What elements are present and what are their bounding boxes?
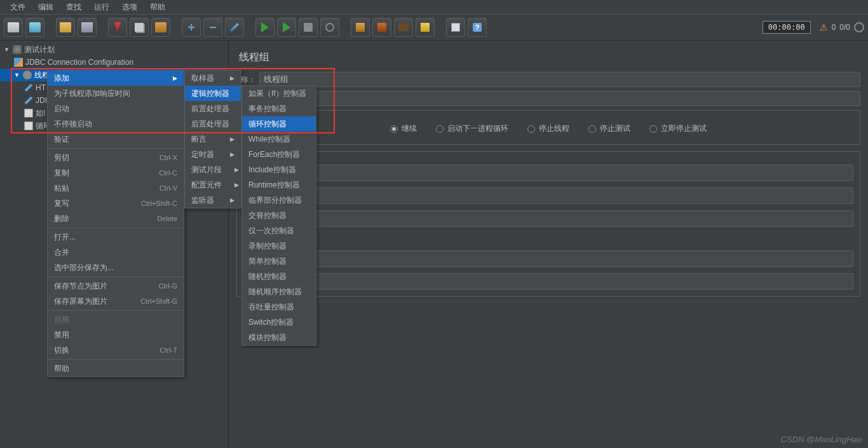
ctx2-timer[interactable]: 定时器▶ xyxy=(185,147,241,162)
ctx-save-node-image[interactable]: 保存节点为图片Ctrl-G xyxy=(48,278,184,294)
ctx2-postprocessor[interactable]: 后置处理器▶ xyxy=(185,116,241,132)
ctx3-once-only-controller[interactable]: 仅一次控制器 xyxy=(242,223,316,238)
save-button[interactable] xyxy=(78,18,97,37)
stop-button[interactable] xyxy=(299,18,318,37)
plus-icon: + xyxy=(186,22,197,32)
ctx3-loop-controller[interactable]: 循环控制器 xyxy=(242,116,316,132)
ctx-start-no-pause[interactable]: 不停顿启动 xyxy=(48,116,184,132)
ctx3-runtime-controller[interactable]: Runtime控制器 xyxy=(242,177,316,193)
ctx3-if-controller[interactable]: 如果（If）控制器 xyxy=(242,86,316,101)
start-button[interactable] xyxy=(255,18,275,37)
ctx-start[interactable]: 启动 xyxy=(48,101,184,116)
rampup-input[interactable] xyxy=(243,187,853,204)
search-button[interactable] xyxy=(394,18,413,37)
radio-stop-test[interactable]: 停止测试 xyxy=(588,123,630,134)
ctx-cut[interactable]: 剪切Ctrl-X xyxy=(48,150,184,165)
ctx3-transaction-controller[interactable]: 事务控制器 xyxy=(242,101,316,116)
paste-button[interactable] xyxy=(151,18,170,37)
ctx-toggle[interactable]: 切换Ctrl-T xyxy=(48,343,184,358)
play-nopause-icon xyxy=(283,22,290,32)
context-menu-2: 取样器▶ 逻辑控制器▶ 前置处理器▶ 后置处理器▶ 断言▶ 定时器▶ 测试片段▶… xyxy=(184,70,241,208)
ctx-delete[interactable]: 删除Delete xyxy=(48,211,184,226)
open-button[interactable] xyxy=(56,18,75,37)
reset-search-button[interactable] xyxy=(416,18,435,37)
menu-file[interactable]: 文件 xyxy=(4,1,32,14)
ctx3-while-controller[interactable]: While控制器 xyxy=(242,132,316,147)
help-button[interactable]: ? xyxy=(468,18,487,37)
start-no-pause-button[interactable] xyxy=(277,18,296,37)
expand-icon: ▼ xyxy=(14,72,20,78)
ctx2-listener[interactable]: 监听器▶ xyxy=(185,193,241,208)
template-button[interactable] xyxy=(25,18,44,37)
function-helper-button[interactable] xyxy=(446,18,465,37)
radio-stop-thread[interactable]: 停止线程 xyxy=(527,123,569,134)
error-action-group: 行的动作 继续 启动下一进程循环 停止线程 停止测试 立即停止测试 xyxy=(236,110,860,145)
collapse-button[interactable]: − xyxy=(203,18,222,37)
copy-button[interactable] xyxy=(130,18,149,37)
ctx-paste[interactable]: 粘贴Ctrl-V xyxy=(48,180,184,196)
menu-run[interactable]: 运行 xyxy=(88,1,116,14)
menu-find[interactable]: 查找 xyxy=(60,1,88,14)
ctx-save-selection-as[interactable]: 选中部分保存为... xyxy=(48,260,184,275)
wand-icon xyxy=(230,23,239,32)
ctx-merge[interactable]: 合并 xyxy=(48,245,184,260)
radio-icon xyxy=(390,125,398,133)
new-button[interactable] xyxy=(4,18,23,37)
menu-edit[interactable]: 编辑 xyxy=(32,1,60,14)
ctx2-fragment[interactable]: 测试片段▶ xyxy=(185,162,241,177)
ctx-disable[interactable]: 禁用 xyxy=(48,327,184,343)
ctx-enable: 启用 xyxy=(48,312,184,327)
ctx3-interleave-controller[interactable]: 交替控制器 xyxy=(242,208,316,223)
toggle-button[interactable] xyxy=(225,18,244,37)
content-panel: 线程组 称： 行的动作 继续 启动下一进程循环 停止线程 停止测试 立即停止测试… xyxy=(229,41,868,448)
ctx2-config[interactable]: 配置元件▶ xyxy=(185,177,241,193)
duration-input[interactable] xyxy=(243,250,853,267)
chevron-right-icon: ▶ xyxy=(234,182,239,188)
ctx2-preprocessor[interactable]: 前置处理器▶ xyxy=(185,101,241,116)
cut-button[interactable] xyxy=(108,18,127,37)
ctx3-simple-controller[interactable]: 简单控制器 xyxy=(242,254,316,269)
ctx2-logic-controller[interactable]: 逻辑控制器▶ xyxy=(185,86,241,101)
ctx3-recording-controller[interactable]: 录制控制器 xyxy=(242,238,316,254)
ctx-help[interactable]: 帮助 xyxy=(48,361,184,376)
menu-options[interactable]: 选项 xyxy=(116,1,144,14)
panel-title: 线程组 xyxy=(236,46,860,72)
ctx-save-screen-image[interactable]: 保存屏幕为图片Ctrl+Shift-G xyxy=(48,294,184,309)
clear-all-button[interactable] xyxy=(372,18,391,37)
menu-help[interactable]: 帮助 xyxy=(144,1,172,14)
loops-input[interactable] xyxy=(243,210,853,227)
ctx-duplicate[interactable]: 复写Ctrl+Shift-C xyxy=(48,196,184,211)
save-icon xyxy=(81,22,93,32)
ctx3-critical-section-controller[interactable]: 临界部分控制器 xyxy=(242,193,316,208)
tree-item-label: HT xyxy=(36,83,46,92)
gear-icon xyxy=(23,71,32,79)
ctx2-sampler[interactable]: 取样器▶ xyxy=(185,71,241,86)
tree-root[interactable]: ▼ 测试计划 xyxy=(0,43,228,56)
ctx3-include-controller[interactable]: Include控制器 xyxy=(242,162,316,177)
threads-input[interactable] xyxy=(243,165,853,181)
expand-button[interactable]: + xyxy=(182,18,201,37)
ctx-copy[interactable]: 复制Ctrl-C xyxy=(48,165,184,180)
tree-jdbc[interactable]: JDBC Connection Configuration xyxy=(0,56,228,69)
clear-button[interactable] xyxy=(351,18,370,37)
ctx3-throughput-controller[interactable]: 吞吐量控制器 xyxy=(242,299,316,315)
ctx-open[interactable]: 打开... xyxy=(48,229,184,245)
radio-continue[interactable]: 继续 xyxy=(390,123,417,134)
shutdown-button[interactable] xyxy=(320,18,339,37)
ctx3-module-controller[interactable]: 模块控制器 xyxy=(242,330,316,345)
comments-input[interactable] xyxy=(236,91,860,106)
radio-next-loop[interactable]: 启动下一进程循环 xyxy=(436,123,508,134)
ctx-add-think-time[interactable]: 为子线程添加响应时间 xyxy=(48,86,184,101)
name-input[interactable] xyxy=(259,72,860,87)
radio-row: 继续 启动下一进程循环 停止线程 停止测试 立即停止测试 xyxy=(243,119,853,138)
ctx3-switch-controller[interactable]: Switch控制器 xyxy=(242,315,316,330)
ctx2-assertion[interactable]: 断言▶ xyxy=(185,132,241,147)
ctx3-foreach-controller[interactable]: ForEach控制器 xyxy=(242,147,316,162)
delay-input[interactable] xyxy=(243,273,853,290)
ctx3-random-controller[interactable]: 随机控制器 xyxy=(242,269,316,284)
ctx-add[interactable]: 添加▶ xyxy=(48,71,184,86)
ctx3-random-order-controller[interactable]: 随机顺序控制器 xyxy=(242,284,316,299)
ctx-validate[interactable]: 验证 xyxy=(48,132,184,147)
controller-icon xyxy=(24,109,33,118)
radio-stop-now[interactable]: 立即停止测试 xyxy=(649,123,707,134)
